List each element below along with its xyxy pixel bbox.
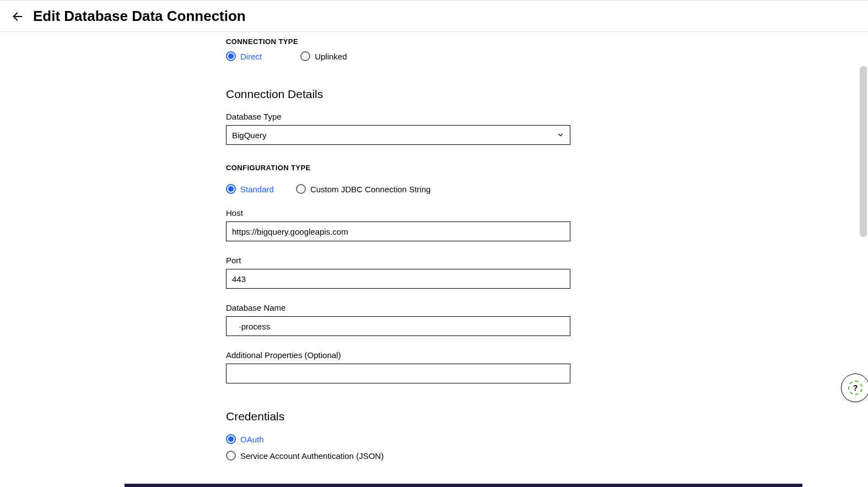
radio-icon <box>226 184 236 194</box>
radio-label-uplinked: Uplinked <box>315 52 347 61</box>
content-area: CONNECTION TYPE Direct Uplinked Connecti… <box>0 32 868 472</box>
radio-label-custom-jdbc: Custom JDBC Connection String <box>310 185 430 194</box>
page-title: Edit Database Data Connection <box>33 8 246 25</box>
database-name-input[interactable] <box>232 317 564 336</box>
database-type-select[interactable]: BigQuery <box>226 125 570 145</box>
back-button[interactable] <box>10 9 25 24</box>
help-glyph: ? <box>853 383 858 392</box>
database-type-value: BigQuery <box>232 131 267 140</box>
radio-custom-jdbc[interactable]: Custom JDBC Connection String <box>296 184 430 194</box>
page-header: Edit Database Data Connection <box>0 1 868 32</box>
credentials-group: OAuth Service Account Authentication (JS… <box>226 434 570 461</box>
radio-label-standard: Standard <box>240 185 274 194</box>
additional-properties-input[interactable] <box>232 364 564 383</box>
configuration-type-heading: CONFIGURATION TYPE <box>226 164 570 172</box>
host-input-wrapper <box>226 221 570 241</box>
radio-label-direct: Direct <box>240 52 262 61</box>
radio-uplinked[interactable]: Uplinked <box>300 51 347 61</box>
database-name-label: Database Name <box>226 303 570 312</box>
radio-icon <box>226 51 236 61</box>
connection-type-group: Direct Uplinked <box>226 51 570 61</box>
additional-properties-input-wrapper <box>226 364 570 383</box>
radio-icon <box>226 434 236 444</box>
host-label: Host <box>226 208 570 218</box>
radio-icon <box>226 451 236 461</box>
radio-icon <box>300 51 310 61</box>
radio-oauth[interactable]: OAuth <box>226 434 570 444</box>
configuration-type-group: Standard Custom JDBC Connection String <box>226 184 570 194</box>
port-input-wrapper <box>226 269 570 289</box>
radio-standard[interactable]: Standard <box>226 184 274 194</box>
radio-label-oauth: OAuth <box>240 435 264 444</box>
database-type-label: Database Type <box>226 112 570 121</box>
radio-service-account[interactable]: Service Account Authentication (JSON) <box>226 451 570 461</box>
connection-details-heading: Connection Details <box>226 88 570 101</box>
bottom-strip <box>125 484 802 487</box>
radio-icon <box>296 184 306 194</box>
radio-direct[interactable]: Direct <box>226 51 262 61</box>
additional-properties-label: Additional Properties (Optional) <box>226 350 570 360</box>
scrollbar-thumb[interactable] <box>860 66 867 237</box>
scrollbar-track[interactable] <box>859 1 868 448</box>
database-name-input-wrapper <box>226 316 570 336</box>
arrow-left-icon <box>12 10 24 23</box>
credentials-heading: Credentials <box>226 410 570 423</box>
connection-type-heading: CONNECTION TYPE <box>226 37 570 46</box>
chevron-down-icon <box>557 131 564 139</box>
port-label: Port <box>226 256 570 265</box>
port-input[interactable] <box>232 269 564 288</box>
radio-label-service-account: Service Account Authentication (JSON) <box>240 451 384 461</box>
host-input[interactable] <box>232 222 564 241</box>
